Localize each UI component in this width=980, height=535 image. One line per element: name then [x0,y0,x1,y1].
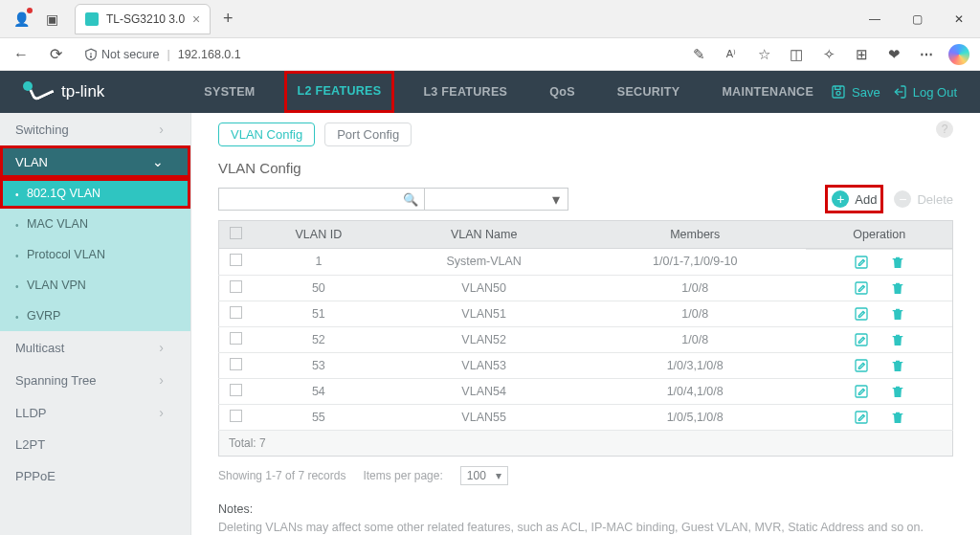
sidebar-item-vlan[interactable]: VLAN⌄ [0,145,190,178]
sidebar-item-lldp[interactable]: LLDP› [0,396,190,429]
split-icon[interactable]: ◫ [783,41,810,68]
nav-maintenance[interactable]: MAINTENANCE [708,71,827,113]
close-tab-icon[interactable]: × [192,11,200,27]
browser-tab-strip: 👤 ▣ TL-SG3210 3.0 × + — ▢ ✕ [0,0,980,38]
sidebar-sub-vlan-vpn[interactable]: VLAN VPN [0,270,190,301]
logo: tp-link [23,81,104,102]
sidebar-item-spanning-tree[interactable]: Spanning Tree› [0,364,190,396]
row-checkbox[interactable] [219,378,254,404]
cell-vlan-id: 1 [254,249,385,276]
trash-icon[interactable] [890,332,905,347]
sidebar-sub-mac-vlan[interactable]: MAC VLAN [0,209,190,239]
nav-qos[interactable]: QoS [536,71,589,113]
logout-button[interactable]: Log Out [892,84,957,100]
nav-l3-features[interactable]: L3 FEATURES [410,71,521,113]
chevron-down-icon: ▾ [496,469,501,482]
edit-icon[interactable] [854,358,869,373]
table-row: 51VLAN511/0/8 [219,301,953,326]
edit-icon[interactable] [854,280,869,296]
sidebar-item-switching[interactable]: Switching› [0,113,190,145]
save-button[interactable]: Save [831,84,880,100]
maximize-button[interactable]: ▢ [896,0,938,38]
favorites-bar-icon[interactable]: ✧ [815,41,842,68]
trash-icon[interactable] [890,306,905,322]
help-icon[interactable]: ? [936,121,953,138]
profile-icon[interactable]: 👤 [8,6,34,33]
table-row: 52VLAN521/0/8 [219,326,953,352]
trash-icon[interactable] [890,280,905,296]
column-checkbox[interactable] [219,221,254,249]
sidebar-sub-gvrp[interactable]: GVRP [0,301,190,331]
favicon-icon [85,12,99,26]
sidebar-sub-protocol-vlan[interactable]: Protocol VLAN [0,239,190,270]
row-checkbox[interactable] [219,404,254,431]
close-window-button[interactable]: ✕ [938,0,980,38]
filter-dropdown[interactable]: ▾ [425,188,568,211]
vlan-table: VLAN ID VLAN Name Members Operation 1Sys… [218,220,953,457]
trash-icon[interactable] [890,410,905,425]
row-checkbox[interactable] [219,275,254,301]
chevron-right-icon: › [159,372,164,388]
address-bar-row: ← ⟳ Not secure | 192.168.0.1 ✎ A⁾ ☆ ◫ ✧ … [0,38,980,71]
logo-icon [23,81,56,102]
minimize-button[interactable]: — [854,0,896,38]
chevron-down-icon: ▾ [552,190,560,209]
column-vlan-name: VLAN Name [384,221,584,249]
trash-icon[interactable] [890,255,905,270]
sidebar-item-l2pt[interactable]: L2PT [0,429,190,460]
search-icon: 🔍 [403,192,418,207]
browser-tab[interactable]: TL-SG3210 3.0 × [75,4,211,34]
section-title: VLAN Config [218,160,953,176]
read-aloud-icon[interactable]: A⁾ [718,41,745,68]
nav-system[interactable]: SYSTEM [190,71,268,113]
cell-vlan-name: VLAN55 [384,404,584,431]
search-input[interactable]: 🔍 [218,188,425,211]
edit-icon[interactable] [854,384,869,399]
row-checkbox[interactable] [219,326,254,352]
row-checkbox[interactable] [219,301,254,326]
tab-vlan-config[interactable]: VLAN Config [218,123,315,146]
table-row: 1System-VLAN1/0/1-7,1/0/9-10 [219,249,953,276]
cell-members: 1/0/5,1/0/8 [584,404,806,431]
table-toolbar: 🔍 ▾ + Add − Delete [218,188,953,211]
cell-members: 1/0/8 [584,326,806,352]
cell-vlan-id: 52 [254,326,385,352]
sidebar-sub-8021q-vlan[interactable]: 802.1Q VLAN [0,178,190,209]
copilot-icon[interactable] [946,41,972,68]
trash-icon[interactable] [890,384,905,399]
row-checkbox[interactable] [219,249,254,276]
items-per-page-select[interactable]: 100 ▾ [460,466,508,485]
extensions-icon[interactable]: ❤︎ [880,41,907,68]
cell-vlan-name: VLAN53 [384,352,584,378]
tab-port-config[interactable]: Port Config [324,123,412,146]
edit-icon[interactable] [854,410,869,425]
cell-members: 1/0/4,1/0/8 [584,378,806,404]
table-row: 50VLAN501/0/8 [219,275,953,301]
sidebar-item-pppoe[interactable]: PPPoE [0,460,190,492]
back-button[interactable]: ← [8,41,34,68]
security-indicator[interactable]: Not secure [84,48,159,61]
sidebar-item-multicast[interactable]: Multicast› [0,331,190,364]
column-vlan-id: VLAN ID [254,221,385,249]
table-row: 55VLAN551/0/5,1/0/8 [219,404,953,431]
row-checkbox[interactable] [219,352,254,378]
address-bar[interactable]: Not secure | 192.168.0.1 [77,42,678,67]
draw-icon[interactable]: ✎ [685,41,712,68]
nav-security[interactable]: SECURITY [604,71,694,113]
edit-icon[interactable] [854,306,869,322]
favorite-icon[interactable]: ☆ [750,41,777,68]
trash-icon[interactable] [890,358,905,373]
new-tab-button[interactable]: + [214,6,241,33]
menu-icon[interactable]: ⋯ [913,41,940,68]
delete-button[interactable]: − Delete [894,190,953,208]
cell-vlan-id: 53 [254,352,385,378]
nav-l2-features[interactable]: L2 FEATURES [284,71,395,113]
edit-icon[interactable] [854,332,869,347]
edit-icon[interactable] [854,255,869,270]
add-button[interactable]: + Add [830,189,879,209]
cell-members: 1/0/3,1/0/8 [584,352,806,378]
reload-button[interactable]: ⟳ [42,41,69,68]
pagination: Showing 1-7 of 7 records Items per page:… [218,466,953,485]
workspaces-icon[interactable]: ▣ [34,2,69,36]
collections-icon[interactable]: ⊞ [848,41,875,68]
